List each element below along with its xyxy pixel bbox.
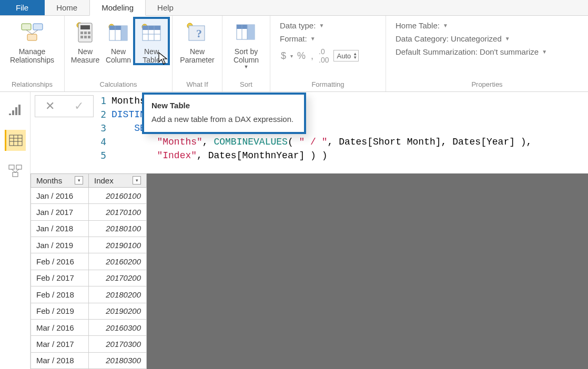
report-view-button[interactable] bbox=[5, 99, 26, 120]
group-properties-label: Properties bbox=[389, 78, 585, 91]
summarization-dropdown[interactable]: Default Summarization: Don't summarize ▼ bbox=[396, 47, 547, 56]
table-row[interactable]: Feb / 201820180200 bbox=[31, 286, 147, 303]
svg-rect-12 bbox=[84, 36, 87, 38]
datatype-label: Data type: bbox=[280, 21, 316, 30]
table-row[interactable]: Jan / 201720170100 bbox=[31, 204, 147, 220]
svg-rect-31 bbox=[247, 25, 255, 39]
table-row[interactable]: Mar / 201620160300 bbox=[31, 319, 147, 335]
new-parameter-label: New Parameter bbox=[180, 47, 214, 64]
svg-rect-43 bbox=[9, 165, 14, 169]
commit-formula-button[interactable]: ✓ bbox=[74, 99, 84, 113]
cell-index[interactable]: 20180300 bbox=[89, 352, 147, 368]
group-whatif: ? New Parameter What If bbox=[173, 16, 222, 91]
menu-help[interactable]: Help bbox=[146, 0, 186, 15]
svg-line-47 bbox=[15, 169, 19, 172]
svg-rect-22 bbox=[143, 26, 160, 30]
cell-index[interactable]: 20190200 bbox=[89, 303, 147, 319]
format-label: Format: bbox=[280, 34, 307, 43]
column-header-index[interactable]: Index ▾ bbox=[89, 174, 147, 188]
cell-months[interactable]: Jan / 2019 bbox=[31, 237, 89, 253]
cell-months[interactable]: Jan / 2016 bbox=[31, 188, 89, 204]
cell-index[interactable]: 20160200 bbox=[89, 253, 147, 270]
column-header-months[interactable]: Months ▾ bbox=[31, 174, 89, 188]
cell-months[interactable]: Feb / 2019 bbox=[31, 303, 89, 319]
svg-rect-17 bbox=[121, 26, 127, 40]
menu-file[interactable]: File bbox=[0, 0, 45, 15]
datatype-dropdown[interactable]: Data type: ▼ bbox=[280, 21, 359, 30]
table-row[interactable]: Mar / 201720170300 bbox=[31, 336, 147, 352]
format-dropdown[interactable]: Format: ▼ bbox=[280, 34, 359, 43]
group-calculations-label: Calculations bbox=[68, 78, 169, 91]
svg-rect-9 bbox=[84, 32, 87, 34]
cell-index[interactable]: 20170300 bbox=[89, 336, 147, 352]
sort-by-column-button[interactable]: Sort by Column ▼ bbox=[226, 18, 267, 69]
cell-index[interactable]: 20170100 bbox=[89, 204, 147, 220]
formula-controls: ✕ ✓ bbox=[35, 95, 94, 117]
menu-home[interactable]: Home bbox=[45, 0, 89, 15]
cell-months[interactable]: Feb / 2017 bbox=[31, 270, 89, 286]
group-relationships: Manage Relationships Relationships bbox=[0, 16, 65, 91]
ribbon: Manage Relationships Relationships New M… bbox=[0, 16, 588, 92]
table-row[interactable]: Jan / 201920190100 bbox=[31, 237, 147, 253]
new-column-label: New Column bbox=[106, 47, 131, 64]
cell-months[interactable]: Feb / 2018 bbox=[31, 286, 89, 303]
cell-index[interactable]: 20180200 bbox=[89, 286, 147, 303]
new-parameter-button[interactable]: ? New Parameter bbox=[176, 18, 219, 64]
new-table-icon bbox=[139, 20, 164, 45]
cell-months[interactable]: Feb / 2016 bbox=[31, 253, 89, 270]
summarization-label: Default Summarization: Don't summarize bbox=[396, 47, 539, 56]
svg-text:?: ? bbox=[196, 27, 202, 40]
group-sort: Sort by Column ▼ Sort bbox=[222, 16, 270, 91]
new-table-button[interactable]: New Table bbox=[134, 18, 169, 64]
filter-icon[interactable]: ▾ bbox=[133, 176, 141, 184]
cell-index[interactable]: 20170200 bbox=[89, 270, 147, 286]
model-view-button[interactable] bbox=[5, 160, 26, 181]
cell-months[interactable]: Mar / 2018 bbox=[31, 352, 89, 368]
group-sort-label: Sort bbox=[226, 78, 267, 91]
cell-months[interactable]: Mar / 2017 bbox=[31, 336, 89, 352]
data-view-button[interactable] bbox=[5, 130, 26, 151]
group-relationships-label: Relationships bbox=[3, 78, 61, 91]
filter-icon[interactable]: ▾ bbox=[75, 176, 83, 184]
cell-months[interactable]: Jan / 2018 bbox=[31, 220, 89, 237]
table-row[interactable]: Mar / 201820180300 bbox=[31, 352, 147, 368]
manage-relationships-button[interactable]: Manage Relationships bbox=[3, 18, 61, 64]
chevron-down-icon: ▼ bbox=[310, 36, 316, 42]
svg-rect-36 bbox=[15, 107, 17, 115]
table-row[interactable]: Jan / 201820180100 bbox=[31, 220, 147, 237]
svg-rect-35 bbox=[12, 110, 14, 115]
new-measure-button[interactable]: New Measure bbox=[68, 18, 103, 64]
cell-index[interactable]: 20190100 bbox=[89, 237, 147, 253]
svg-rect-37 bbox=[18, 105, 21, 115]
svg-rect-38 bbox=[9, 135, 22, 146]
group-whatif-label: What If bbox=[176, 78, 219, 91]
chevron-down-icon: ▼ bbox=[443, 23, 448, 28]
cell-index[interactable]: 20180100 bbox=[89, 220, 147, 237]
menu-modeling[interactable]: Modeling bbox=[89, 0, 146, 16]
table-row[interactable]: Jan / 201620160100 bbox=[31, 188, 147, 204]
table-row[interactable]: Feb / 201720170200 bbox=[31, 270, 147, 286]
home-table-dropdown[interactable]: Home Table: ▼ bbox=[396, 21, 547, 30]
decimal-places-stepper[interactable]: Auto ▲▼ bbox=[333, 50, 359, 62]
svg-rect-44 bbox=[16, 165, 22, 169]
relationships-icon bbox=[19, 20, 45, 45]
group-calculations: New Measure New Column bbox=[65, 16, 173, 91]
percent-button[interactable]: % bbox=[296, 50, 307, 62]
data-category-label: Data Category: Uncategorized bbox=[396, 34, 502, 43]
comma-button[interactable]: , bbox=[310, 50, 315, 62]
table-row[interactable]: Feb / 201620160200 bbox=[31, 253, 147, 270]
new-table-label: New Table bbox=[143, 47, 160, 64]
cell-months[interactable]: Mar / 2016 bbox=[31, 319, 89, 335]
currency-button[interactable]: $ bbox=[280, 50, 287, 62]
calculator-icon bbox=[73, 20, 98, 45]
cell-months[interactable]: Jan / 2017 bbox=[31, 204, 89, 220]
table-row[interactable]: Feb / 201920190200 bbox=[31, 303, 147, 319]
data-category-dropdown[interactable]: Data Category: Uncategorized ▼ bbox=[396, 34, 547, 43]
new-column-button[interactable]: New Column bbox=[103, 18, 134, 64]
decimal-button[interactable]: .0.00 bbox=[318, 47, 330, 64]
data-table[interactable]: Months ▾ Index ▾ Jan / 201620160100Jan /… bbox=[31, 173, 147, 369]
cancel-formula-button[interactable]: ✕ bbox=[45, 99, 55, 113]
svg-rect-10 bbox=[88, 32, 90, 34]
cell-index[interactable]: 20160100 bbox=[89, 188, 147, 204]
cell-index[interactable]: 20160300 bbox=[89, 319, 147, 335]
